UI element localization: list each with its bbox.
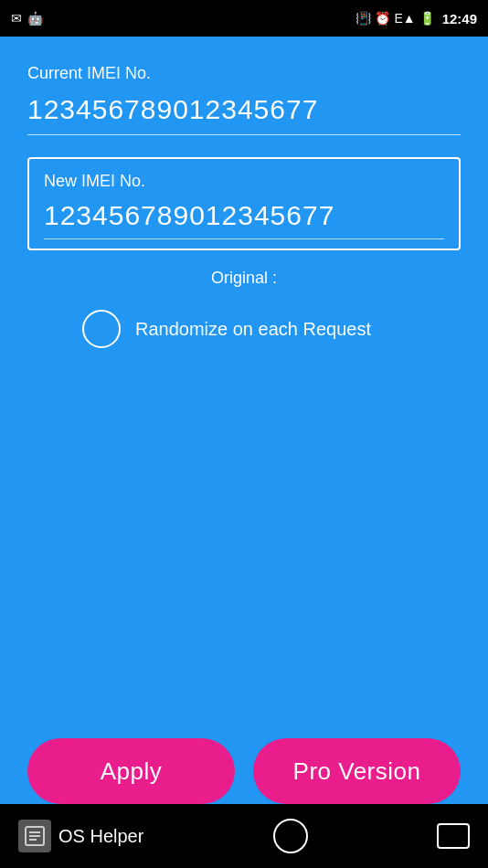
main-content: Current IMEI No. 123456789012345677 New … (0, 37, 488, 804)
nav-app-icon (18, 820, 51, 852)
nav-app-name: OS Helper (58, 826, 143, 847)
vibrate-icon: 📳 (355, 11, 371, 26)
apply-button[interactable]: Apply (27, 738, 235, 804)
new-imei-label: New IMEI No. (44, 172, 444, 191)
randomize-label: Randomize on each Request (135, 319, 371, 340)
android-icon: 🤖 (27, 11, 43, 26)
home-button[interactable] (273, 819, 308, 853)
pro-version-button[interactable]: Pro Version (253, 738, 461, 804)
nav-left: OS Helper (18, 820, 143, 852)
alarm-icon: ⏰ (375, 11, 390, 26)
randomize-radio[interactable] (82, 310, 121, 348)
new-imei-box: New IMEI No. (27, 157, 461, 250)
randomize-row: Randomize on each Request (27, 310, 461, 348)
status-time: 12:49 (442, 11, 477, 26)
nav-bar: OS Helper (0, 804, 488, 868)
current-imei-value: 123456789012345677 (27, 94, 461, 135)
battery-icon: 🔋 (419, 11, 435, 26)
current-imei-label: Current IMEI No. (27, 64, 461, 83)
signal-icon: E▲ (394, 11, 415, 26)
original-label: Original : (211, 269, 277, 288)
status-bar-right: 📳 ⏰ E▲ 🔋 12:49 (355, 11, 477, 26)
original-row: Original : (27, 269, 461, 288)
recent-apps-button[interactable] (437, 823, 470, 849)
status-bar: ✉ 🤖 📳 ⏰ E▲ 🔋 12:49 (0, 0, 488, 37)
nav-center[interactable] (273, 819, 308, 853)
button-row: Apply Pro Version (0, 738, 488, 804)
mail-icon: ✉ (11, 11, 22, 26)
new-imei-input[interactable] (44, 200, 444, 239)
status-bar-left: ✉ 🤖 (11, 11, 43, 26)
